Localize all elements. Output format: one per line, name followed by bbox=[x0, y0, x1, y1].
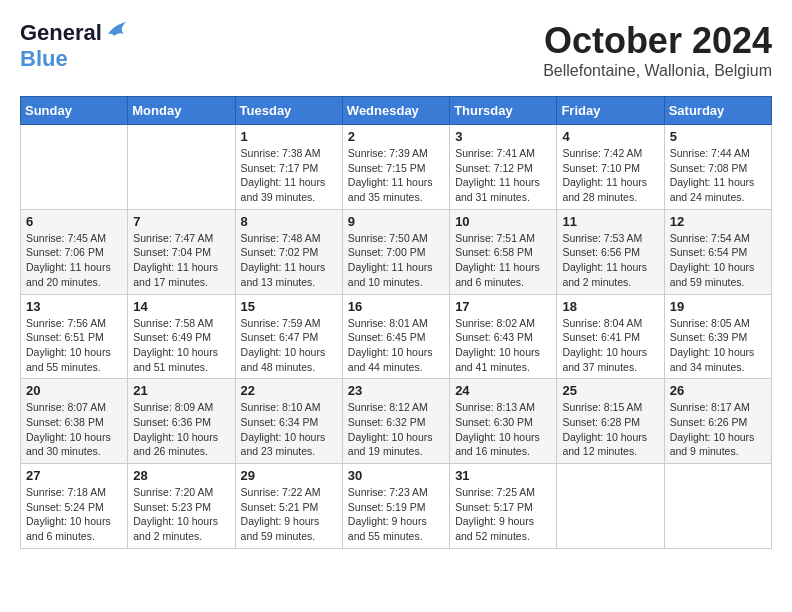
day-number: 14 bbox=[133, 299, 229, 314]
calendar-cell: 19Sunrise: 8:05 AM Sunset: 6:39 PM Dayli… bbox=[664, 294, 771, 379]
day-of-week-header: Friday bbox=[557, 97, 664, 125]
calendar-cell: 27Sunrise: 7:18 AM Sunset: 5:24 PM Dayli… bbox=[21, 464, 128, 549]
day-number: 16 bbox=[348, 299, 444, 314]
calendar-cell: 2Sunrise: 7:39 AM Sunset: 7:15 PM Daylig… bbox=[342, 125, 449, 210]
day-number: 20 bbox=[26, 383, 122, 398]
title-section: October 2024 Bellefontaine, Wallonia, Be… bbox=[543, 20, 772, 80]
calendar-week-row: 6Sunrise: 7:45 AM Sunset: 7:06 PM Daylig… bbox=[21, 209, 772, 294]
day-number: 25 bbox=[562, 383, 658, 398]
calendar-cell: 17Sunrise: 8:02 AM Sunset: 6:43 PM Dayli… bbox=[450, 294, 557, 379]
day-number: 5 bbox=[670, 129, 766, 144]
calendar-cell: 14Sunrise: 7:58 AM Sunset: 6:49 PM Dayli… bbox=[128, 294, 235, 379]
calendar-cell: 30Sunrise: 7:23 AM Sunset: 5:19 PM Dayli… bbox=[342, 464, 449, 549]
day-number: 10 bbox=[455, 214, 551, 229]
logo-blue-text: Blue bbox=[20, 46, 68, 71]
day-of-week-header: Thursday bbox=[450, 97, 557, 125]
day-number: 29 bbox=[241, 468, 337, 483]
calendar-cell: 28Sunrise: 7:20 AM Sunset: 5:23 PM Dayli… bbox=[128, 464, 235, 549]
day-info: Sunrise: 7:53 AM Sunset: 6:56 PM Dayligh… bbox=[562, 231, 658, 290]
day-info: Sunrise: 7:18 AM Sunset: 5:24 PM Dayligh… bbox=[26, 485, 122, 544]
day-info: Sunrise: 8:10 AM Sunset: 6:34 PM Dayligh… bbox=[241, 400, 337, 459]
day-number: 3 bbox=[455, 129, 551, 144]
day-of-week-header: Wednesday bbox=[342, 97, 449, 125]
calendar-week-row: 1Sunrise: 7:38 AM Sunset: 7:17 PM Daylig… bbox=[21, 125, 772, 210]
calendar-week-row: 13Sunrise: 7:56 AM Sunset: 6:51 PM Dayli… bbox=[21, 294, 772, 379]
day-of-week-header: Monday bbox=[128, 97, 235, 125]
day-number: 15 bbox=[241, 299, 337, 314]
calendar-cell: 3Sunrise: 7:41 AM Sunset: 7:12 PM Daylig… bbox=[450, 125, 557, 210]
calendar-cell: 23Sunrise: 8:12 AM Sunset: 6:32 PM Dayli… bbox=[342, 379, 449, 464]
logo-general-text: General bbox=[20, 20, 102, 46]
day-number: 31 bbox=[455, 468, 551, 483]
day-info: Sunrise: 8:07 AM Sunset: 6:38 PM Dayligh… bbox=[26, 400, 122, 459]
day-info: Sunrise: 7:38 AM Sunset: 7:17 PM Dayligh… bbox=[241, 146, 337, 205]
calendar-week-row: 20Sunrise: 8:07 AM Sunset: 6:38 PM Dayli… bbox=[21, 379, 772, 464]
day-info: Sunrise: 7:48 AM Sunset: 7:02 PM Dayligh… bbox=[241, 231, 337, 290]
day-number: 19 bbox=[670, 299, 766, 314]
calendar-cell: 8Sunrise: 7:48 AM Sunset: 7:02 PM Daylig… bbox=[235, 209, 342, 294]
day-info: Sunrise: 7:41 AM Sunset: 7:12 PM Dayligh… bbox=[455, 146, 551, 205]
day-info: Sunrise: 8:02 AM Sunset: 6:43 PM Dayligh… bbox=[455, 316, 551, 375]
day-info: Sunrise: 7:23 AM Sunset: 5:19 PM Dayligh… bbox=[348, 485, 444, 544]
day-info: Sunrise: 7:45 AM Sunset: 7:06 PM Dayligh… bbox=[26, 231, 122, 290]
logo-bird-icon bbox=[106, 20, 128, 38]
day-number: 6 bbox=[26, 214, 122, 229]
calendar-body: 1Sunrise: 7:38 AM Sunset: 7:17 PM Daylig… bbox=[21, 125, 772, 549]
calendar-cell: 6Sunrise: 7:45 AM Sunset: 7:06 PM Daylig… bbox=[21, 209, 128, 294]
calendar-table: SundayMondayTuesdayWednesdayThursdayFrid… bbox=[20, 96, 772, 549]
day-info: Sunrise: 8:12 AM Sunset: 6:32 PM Dayligh… bbox=[348, 400, 444, 459]
calendar-cell bbox=[664, 464, 771, 549]
day-info: Sunrise: 8:01 AM Sunset: 6:45 PM Dayligh… bbox=[348, 316, 444, 375]
day-info: Sunrise: 7:58 AM Sunset: 6:49 PM Dayligh… bbox=[133, 316, 229, 375]
calendar-cell: 4Sunrise: 7:42 AM Sunset: 7:10 PM Daylig… bbox=[557, 125, 664, 210]
day-info: Sunrise: 7:39 AM Sunset: 7:15 PM Dayligh… bbox=[348, 146, 444, 205]
day-number: 24 bbox=[455, 383, 551, 398]
calendar-cell: 5Sunrise: 7:44 AM Sunset: 7:08 PM Daylig… bbox=[664, 125, 771, 210]
calendar-cell: 24Sunrise: 8:13 AM Sunset: 6:30 PM Dayli… bbox=[450, 379, 557, 464]
day-number: 11 bbox=[562, 214, 658, 229]
day-info: Sunrise: 7:51 AM Sunset: 6:58 PM Dayligh… bbox=[455, 231, 551, 290]
day-info: Sunrise: 7:59 AM Sunset: 6:47 PM Dayligh… bbox=[241, 316, 337, 375]
day-number: 28 bbox=[133, 468, 229, 483]
day-number: 13 bbox=[26, 299, 122, 314]
day-number: 1 bbox=[241, 129, 337, 144]
calendar-cell: 15Sunrise: 7:59 AM Sunset: 6:47 PM Dayli… bbox=[235, 294, 342, 379]
calendar-cell: 25Sunrise: 8:15 AM Sunset: 6:28 PM Dayli… bbox=[557, 379, 664, 464]
calendar-cell: 29Sunrise: 7:22 AM Sunset: 5:21 PM Dayli… bbox=[235, 464, 342, 549]
calendar-cell: 22Sunrise: 8:10 AM Sunset: 6:34 PM Dayli… bbox=[235, 379, 342, 464]
calendar-cell: 9Sunrise: 7:50 AM Sunset: 7:00 PM Daylig… bbox=[342, 209, 449, 294]
day-info: Sunrise: 8:13 AM Sunset: 6:30 PM Dayligh… bbox=[455, 400, 551, 459]
day-info: Sunrise: 7:47 AM Sunset: 7:04 PM Dayligh… bbox=[133, 231, 229, 290]
day-info: Sunrise: 7:56 AM Sunset: 6:51 PM Dayligh… bbox=[26, 316, 122, 375]
calendar-cell: 13Sunrise: 7:56 AM Sunset: 6:51 PM Dayli… bbox=[21, 294, 128, 379]
calendar-cell: 26Sunrise: 8:17 AM Sunset: 6:26 PM Dayli… bbox=[664, 379, 771, 464]
day-number: 4 bbox=[562, 129, 658, 144]
day-number: 23 bbox=[348, 383, 444, 398]
calendar-week-row: 27Sunrise: 7:18 AM Sunset: 5:24 PM Dayli… bbox=[21, 464, 772, 549]
page-header: General Blue October 2024 Bellefontaine,… bbox=[20, 20, 772, 80]
day-number: 30 bbox=[348, 468, 444, 483]
day-of-week-header: Saturday bbox=[664, 97, 771, 125]
day-info: Sunrise: 7:42 AM Sunset: 7:10 PM Dayligh… bbox=[562, 146, 658, 205]
day-info: Sunrise: 7:44 AM Sunset: 7:08 PM Dayligh… bbox=[670, 146, 766, 205]
day-number: 9 bbox=[348, 214, 444, 229]
calendar-cell bbox=[128, 125, 235, 210]
day-info: Sunrise: 7:20 AM Sunset: 5:23 PM Dayligh… bbox=[133, 485, 229, 544]
day-info: Sunrise: 8:05 AM Sunset: 6:39 PM Dayligh… bbox=[670, 316, 766, 375]
day-number: 17 bbox=[455, 299, 551, 314]
day-info: Sunrise: 8:15 AM Sunset: 6:28 PM Dayligh… bbox=[562, 400, 658, 459]
day-info: Sunrise: 7:22 AM Sunset: 5:21 PM Dayligh… bbox=[241, 485, 337, 544]
day-number: 8 bbox=[241, 214, 337, 229]
day-number: 26 bbox=[670, 383, 766, 398]
calendar-cell: 1Sunrise: 7:38 AM Sunset: 7:17 PM Daylig… bbox=[235, 125, 342, 210]
day-number: 12 bbox=[670, 214, 766, 229]
month-title: October 2024 bbox=[543, 20, 772, 62]
calendar-cell: 21Sunrise: 8:09 AM Sunset: 6:36 PM Dayli… bbox=[128, 379, 235, 464]
day-info: Sunrise: 8:09 AM Sunset: 6:36 PM Dayligh… bbox=[133, 400, 229, 459]
day-info: Sunrise: 7:50 AM Sunset: 7:00 PM Dayligh… bbox=[348, 231, 444, 290]
calendar-cell: 12Sunrise: 7:54 AM Sunset: 6:54 PM Dayli… bbox=[664, 209, 771, 294]
day-info: Sunrise: 7:54 AM Sunset: 6:54 PM Dayligh… bbox=[670, 231, 766, 290]
calendar-cell: 16Sunrise: 8:01 AM Sunset: 6:45 PM Dayli… bbox=[342, 294, 449, 379]
calendar-header: SundayMondayTuesdayWednesdayThursdayFrid… bbox=[21, 97, 772, 125]
calendar-cell: 20Sunrise: 8:07 AM Sunset: 6:38 PM Dayli… bbox=[21, 379, 128, 464]
